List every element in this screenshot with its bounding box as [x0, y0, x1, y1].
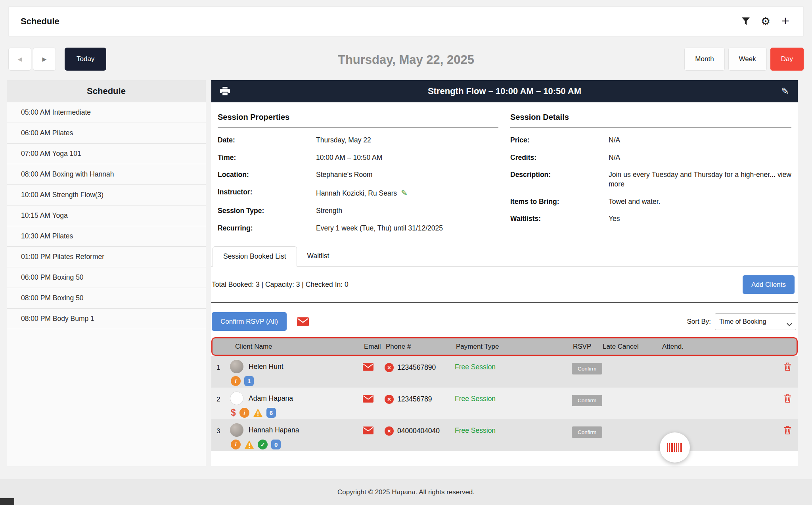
delete-icon[interactable]	[784, 388, 798, 405]
week-view-button[interactable]: Week	[728, 48, 767, 71]
property-label: Description:	[510, 170, 609, 189]
sidebar-item-session[interactable]: 08:00 PM Boxing 50	[7, 288, 206, 309]
header-late-cancel: Late Cancel	[603, 343, 662, 351]
month-view-button[interactable]: Month	[684, 48, 724, 71]
description-text: Join us every Tuesday and Thursday for a…	[609, 171, 776, 179]
client-name[interactable]: Helen Hunt	[249, 363, 283, 371]
phone-number: 04000404040	[397, 427, 440, 435]
session-header: Strength Flow – 10:00 AM – 10:50 AM ✎	[211, 80, 798, 102]
bottom-left-artifact	[0, 498, 14, 505]
add-icon[interactable]: +	[779, 15, 791, 27]
session-detail-panel: Strength Flow – 10:00 AM – 10:50 AM ✎ Se…	[211, 80, 798, 466]
sort-by-label: Sort By:	[687, 318, 711, 326]
scan-barcode-fab[interactable]	[660, 432, 690, 463]
booking-section: Session Booked List Waitlist Total Booke…	[211, 236, 798, 451]
sidebar-item-session[interactable]: 06:00 AM Pilates	[7, 123, 206, 144]
property-value: N/A	[609, 153, 791, 163]
sort-select-value: Time of Booking	[719, 318, 766, 325]
barcode-icon	[666, 441, 683, 454]
email-icon[interactable]	[363, 356, 385, 371]
edit-session-icon[interactable]: ✎	[781, 86, 789, 97]
client-name[interactable]: Hannah Hapana	[249, 426, 299, 434]
email-all-icon[interactable]	[297, 317, 309, 326]
sidebar-item-session[interactable]: 08:00 AM Boxing with Hannah	[7, 164, 206, 185]
footer: Copyright © 2025 Hapana. All rights rese…	[0, 479, 812, 505]
phone-invalid-icon: ✕	[385, 363, 394, 372]
sidebar-item-session[interactable]: 10:30 AM Pilates	[7, 226, 206, 247]
property-value: Strength	[316, 206, 498, 216]
attend-cell	[661, 388, 754, 395]
rsvp-confirm-button[interactable]: Confirm	[572, 395, 602, 406]
booking-count-badge: 1	[244, 376, 254, 386]
table-row: 2 Adam Hapana $ i 6 ✕	[211, 388, 798, 419]
booking-summary-bar: Total Booked: 3 | Capacity: 3 | Checked …	[211, 267, 798, 302]
info-icon[interactable]: i	[231, 440, 241, 449]
booking-count-badge: 0	[271, 440, 281, 449]
sidebar-item-session[interactable]: 07:00 AM Yoga 101	[7, 144, 206, 164]
delete-icon[interactable]	[784, 356, 798, 373]
sidebar-item-session[interactable]: 06:00 PM Boxing 50	[7, 267, 206, 288]
next-day-button[interactable]: ▸	[33, 48, 56, 71]
sidebar-item-session[interactable]: 08:00 PM Body Bump 1	[7, 309, 206, 329]
email-icon[interactable]	[363, 419, 385, 434]
property-row: Session Type: Strength	[218, 206, 498, 216]
instructor-names: Hannah Kozicki, Ru Sears	[316, 189, 397, 197]
warning-icon	[244, 440, 254, 449]
tab-waitlist[interactable]: Waitlist	[297, 246, 340, 266]
sidebar-item-session[interactable]: 05:00 AM Intermediate	[7, 102, 206, 123]
rsvp-cell: Confirm	[572, 388, 601, 406]
sort-select[interactable]: Time of Booking	[715, 313, 796, 330]
email-icon[interactable]	[363, 388, 385, 403]
print-icon[interactable]	[220, 87, 230, 96]
client-cell: Helen Hunt i 1	[230, 356, 363, 386]
chevron-down-icon	[787, 321, 792, 328]
late-cancel-cell	[601, 356, 661, 363]
property-value: Yes	[609, 214, 791, 224]
sidebar-title: Schedule	[7, 80, 206, 102]
sidebar-item-session[interactable]: 10:00 AM Strength Flow(3)	[7, 185, 206, 205]
property-value: Towel and water.	[609, 197, 791, 207]
rsvp-cell: Confirm	[572, 356, 601, 374]
tab-session-booked-list[interactable]: Session Booked List	[213, 246, 297, 267]
property-row: Items to Bring: Towel and water.	[510, 197, 791, 207]
checked-status-icon: ✓	[258, 440, 268, 449]
client-name[interactable]: Adam Hapana	[249, 394, 293, 403]
rsvp-confirm-button[interactable]: Confirm	[572, 363, 602, 374]
edit-instructor-icon[interactable]: ✎	[401, 188, 408, 197]
rsvp-confirm-button[interactable]: Confirm	[572, 426, 602, 438]
schedule-sidebar: Schedule 05:00 AM Intermediate 06:00 AM …	[7, 80, 206, 466]
sidebar-item-session[interactable]: 10:15 AM Yoga	[7, 205, 206, 226]
previous-day-button[interactable]: ◂	[8, 48, 31, 71]
today-button[interactable]: Today	[65, 48, 106, 71]
settings-gear-icon[interactable]: ⚙	[760, 15, 772, 27]
phone-invalid-icon: ✕	[385, 426, 394, 436]
delete-icon[interactable]	[784, 419, 798, 437]
add-clients-button[interactable]: Add Clients	[743, 275, 795, 294]
info-icon[interactable]: i	[239, 408, 249, 418]
property-row: Credits: N/A	[510, 153, 791, 163]
property-row: Instructor: Hannah Kozicki, Ru Sears✎	[218, 188, 498, 198]
phone-cell: ✕ 123456789	[385, 388, 455, 404]
copyright-text: Copyright © 2025 Hapana. All rights rese…	[337, 488, 475, 496]
topbar-actions: ⚙ +	[740, 15, 791, 27]
filter-icon[interactable]	[740, 15, 752, 27]
table-row: 1 Helen Hunt i 1 ✕ 1234567890 Free Sessi…	[211, 356, 798, 388]
property-label: Price:	[510, 136, 609, 145]
top-bar: Schedule ⚙ +	[8, 6, 804, 36]
booking-count-badge: 6	[266, 408, 276, 418]
confirm-rsvp-all-button[interactable]: Confirm RSVP (All)	[212, 312, 287, 331]
property-row: Description: Join us every Tuesday and T…	[510, 170, 791, 189]
section-divider	[211, 302, 798, 303]
property-label: Items to Bring:	[510, 197, 609, 207]
day-view-button[interactable]: Day	[770, 48, 804, 71]
table-header-row: Client Name Email Phone # Payment Type R…	[211, 337, 798, 356]
chevron-left-icon: ◂	[17, 54, 22, 64]
property-label: Recurring:	[218, 224, 316, 233]
phone-invalid-icon: ✕	[385, 395, 394, 404]
info-icon[interactable]: i	[231, 376, 241, 386]
property-row: Recurring: Every 1 week (Tue, Thu) until…	[218, 224, 498, 233]
phone-number: 123456789	[397, 395, 432, 403]
sidebar-item-session[interactable]: 01:00 PM Pilates Reformer	[7, 247, 206, 267]
late-cancel-cell	[601, 388, 661, 395]
section-title: Session Properties	[218, 113, 498, 128]
